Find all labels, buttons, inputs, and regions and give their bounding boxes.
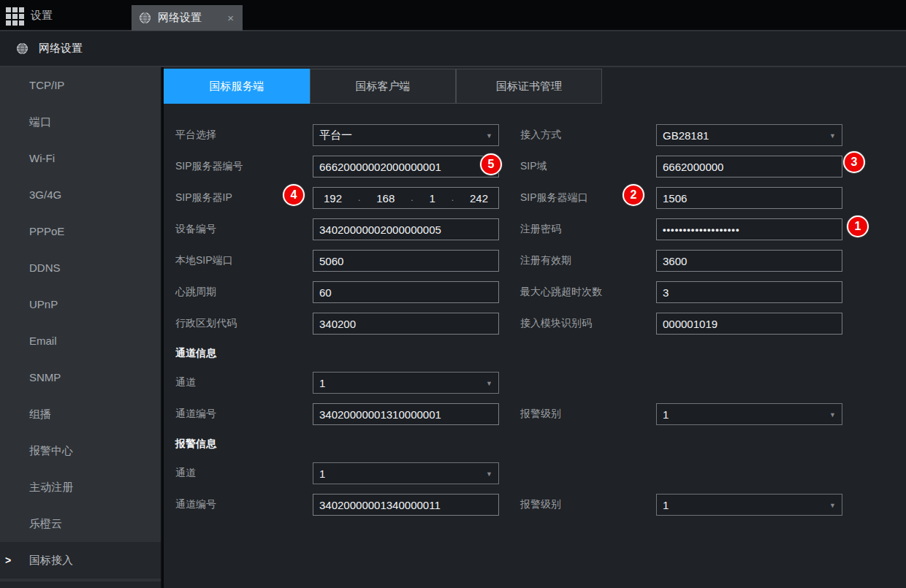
heartbeat-period-input[interactable] (313, 281, 499, 303)
tab-gb-server[interactable]: 国标服务端 (164, 69, 310, 104)
register-password-label: 注册密码 (520, 223, 656, 236)
app-grid-icon[interactable] (6, 7, 24, 26)
ip-octet-1[interactable]: 192 (324, 192, 342, 205)
sidebar-bottom-strip (0, 580, 161, 588)
step-badge-2: 2 (623, 184, 644, 206)
ip-octet-2[interactable]: 168 (376, 192, 395, 205)
sip-server-ip-input[interactable]: 192 . 168 . 1 . 242 (313, 187, 499, 209)
alarm-channel-id-label: 通道编号 (175, 498, 313, 511)
alarm-channel-select[interactable]: 1 ▼ (313, 462, 499, 484)
gb-tabs: 国标服务端 国标客户端 国标证书管理 (164, 69, 906, 104)
channel-id-input[interactable] (313, 403, 499, 425)
register-password-input[interactable] (656, 218, 842, 240)
device-id-label: 设备编号 (175, 223, 313, 236)
window-tab-title: 网络设置 (158, 11, 226, 25)
step-badge-1: 1 (847, 215, 869, 237)
sidebar: TCP/IP 端口 Wi-Fi 3G/4G PPPoE DDNS UPnP Em… (0, 67, 162, 588)
alarm-level-value: 1 (663, 499, 669, 511)
chevron-down-icon: ▼ (486, 470, 492, 478)
chevron-down-icon: ▼ (486, 132, 492, 140)
sidebar-item-label: 国标接入 (29, 554, 73, 566)
top-window-bar: 设置 网络设置 × (0, 0, 906, 31)
tab-gb-client[interactable]: 国标客户端 (310, 69, 456, 104)
close-icon[interactable]: × (226, 12, 235, 24)
ip-octet-4[interactable]: 242 (470, 192, 488, 205)
sip-domain-label: SIP域 (520, 160, 656, 173)
sidebar-item-lechange[interactable]: 乐橙云 (0, 505, 161, 542)
chevron-down-icon: ▼ (486, 380, 492, 387)
alarm-level-select[interactable]: 1 ▼ (656, 403, 842, 425)
channel-info-section-title: 通道信息 (175, 345, 906, 360)
alarm-info-section-title: 报警信息 (175, 436, 906, 451)
sidebar-item-tcpip[interactable]: TCP/IP (0, 67, 161, 104)
channel-label: 通道 (175, 376, 313, 389)
main-panel: 国标服务端 国标客户端 国标证书管理 平台选择 平台一 ▼ 接入方式 GB281… (164, 67, 906, 588)
sidebar-item-3g4g[interactable]: 3G/4G (0, 177, 161, 213)
region-code-label: 行政区划代码 (175, 317, 313, 330)
sidebar-item-upnp[interactable]: UPnP (0, 286, 161, 323)
sip-domain-input[interactable] (656, 156, 842, 177)
region-code-input[interactable] (313, 313, 499, 335)
globe-icon (16, 42, 28, 55)
sidebar-item-wifi[interactable]: Wi-Fi (0, 140, 161, 177)
alarm-channel-id-input[interactable] (313, 494, 499, 516)
chevron-right-icon: > (5, 542, 11, 579)
sip-server-id-input[interactable] (313, 156, 499, 177)
ip-dot: . (358, 193, 360, 203)
page-title: 网络设置 (39, 42, 83, 56)
local-sip-port-label: 本地SIP端口 (175, 254, 313, 267)
access-mode-select[interactable]: GB28181 ▼ (656, 124, 842, 146)
alarm-level-select[interactable]: 1 ▼ (656, 494, 842, 516)
channel-select[interactable]: 1 ▼ (313, 372, 499, 394)
sidebar-item-email[interactable]: Email (0, 323, 161, 359)
device-id-input[interactable] (313, 218, 499, 240)
platform-select[interactable]: 平台一 ▼ (313, 124, 499, 146)
chevron-down-icon: ▼ (829, 411, 836, 419)
access-mode-label: 接入方式 (520, 129, 656, 142)
sidebar-item-port[interactable]: 端口 (0, 104, 161, 140)
step-badge-4: 4 (283, 184, 305, 206)
step-badge-5: 5 (480, 153, 502, 175)
step-badge-3: 3 (843, 151, 865, 173)
chevron-down-icon: ▼ (829, 502, 836, 509)
channel-value: 1 (319, 377, 325, 389)
platform-value: 平台一 (319, 129, 352, 142)
ip-octet-3[interactable]: 1 (429, 192, 435, 205)
tab-gb-cert-management[interactable]: 国标证书管理 (456, 69, 602, 104)
ip-dot: . (411, 193, 413, 203)
max-heartbeat-timeout-label: 最大心跳超时次数 (520, 286, 656, 299)
settings-app-tab[interactable]: 设置 (31, 0, 53, 31)
local-sip-port-input[interactable] (313, 250, 499, 272)
max-heartbeat-timeout-input[interactable] (656, 281, 842, 303)
access-mode-value: GB28181 (663, 129, 709, 142)
globe-icon (139, 12, 151, 24)
sidebar-item-gb-access[interactable]: > 国标接入 (0, 542, 161, 579)
chevron-down-icon: ▼ (829, 132, 836, 140)
channel-id-label: 通道编号 (175, 408, 313, 421)
alarm-channel-value: 1 (319, 467, 325, 480)
page-header: 网络设置 (0, 31, 906, 67)
alarm-level-value: 1 (663, 408, 669, 421)
sidebar-item-pppoe[interactable]: PPPoE (0, 213, 161, 250)
alarm-channel-label: 通道 (175, 467, 313, 480)
register-validity-input[interactable] (656, 250, 842, 272)
gb-server-form: 平台选择 平台一 ▼ 接入方式 GB28181 ▼ SIP服务器编号 SIP域 … (164, 104, 906, 516)
alarm-level-label: 报警级别 (520, 498, 656, 511)
heartbeat-period-label: 心跳周期 (175, 286, 313, 299)
alarm-level-label: 报警级别 (520, 408, 656, 421)
sidebar-item-snmp[interactable]: SNMP (0, 359, 161, 396)
register-validity-label: 注册有效期 (520, 254, 656, 267)
sidebar-item-auto-register[interactable]: 主动注册 (0, 469, 161, 505)
sidebar-item-multicast[interactable]: 组播 (0, 396, 161, 432)
sidebar-item-alarm-center[interactable]: 报警中心 (0, 432, 161, 469)
network-settings-window-tab[interactable]: 网络设置 × (132, 5, 243, 31)
access-module-id-input[interactable] (656, 313, 842, 335)
platform-label: 平台选择 (175, 129, 313, 142)
ip-dot: . (452, 193, 454, 203)
sip-server-port-input[interactable] (656, 187, 842, 209)
sidebar-item-ddns[interactable]: DDNS (0, 250, 161, 286)
access-module-id-label: 接入模块识别码 (520, 317, 656, 330)
sip-server-id-label: SIP服务器编号 (175, 160, 313, 173)
screen: 设置 网络设置 × 网络设置 TCP/IP 端口 Wi-Fi 3G/4G PPP… (0, 0, 906, 588)
